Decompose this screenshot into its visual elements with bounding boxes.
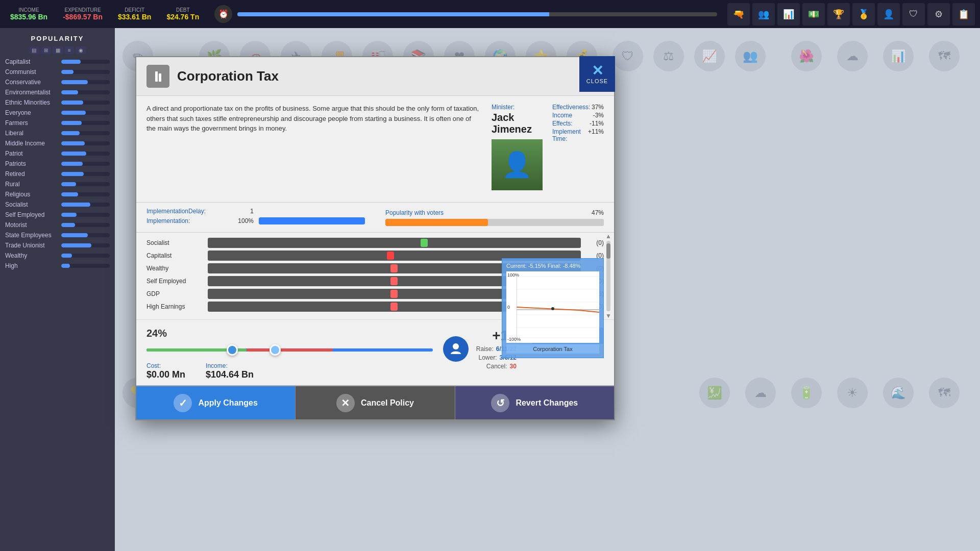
implement-time-row: Implement Time: +11% — [552, 128, 604, 142]
minister-stats: Effectiveness: 37% Income -3% Effects: -… — [552, 104, 604, 142]
impl-row: Implementation: 100% — [146, 217, 365, 224]
impl-delay-row: ImplementationDelay: 1 — [146, 208, 365, 215]
income-value: -3% — [593, 112, 604, 119]
impl-bar-fill — [259, 217, 365, 224]
apply-icon: ✓ — [174, 394, 192, 412]
voter-indicator — [390, 264, 398, 272]
scroll-track — [606, 241, 610, 311]
cancel-policy-label: Cancel Policy — [361, 398, 414, 408]
lower-label: Lower: — [478, 354, 497, 361]
modal-overlay: Corporation Tax ✕ CLOSE A direct and pro… — [0, 0, 980, 551]
popularity-label: Popularity with voters — [385, 209, 444, 216]
cancel-icon: ✕ — [336, 394, 355, 412]
cancel-value: 30 — [510, 363, 517, 370]
minister-avatar-img: 👤 — [492, 139, 543, 190]
corporation-tax-modal: Corporation Tax ✕ CLOSE A direct and pro… — [135, 56, 615, 420]
vote-icon-circle — [443, 336, 469, 362]
impl-delay-label: ImplementationDelay: — [146, 208, 223, 215]
effects-label: Effects: — [552, 120, 573, 127]
voter-label: Wealthy — [146, 265, 203, 272]
voter-label: Capitalist — [146, 252, 203, 259]
slider-percent-label: 24% — [146, 328, 433, 339]
svg-rect-0 — [155, 71, 158, 82]
cost-item: Cost: $0.00 Mn — [146, 362, 185, 380]
effectiveness-row: Effectiveness: 37% — [552, 104, 604, 111]
close-label: CLOSE — [586, 78, 608, 84]
implementation-section: ImplementationDelay: 1 Implementation: 1… — [136, 203, 614, 233]
svg-point-11 — [453, 343, 459, 349]
impl-bar-container — [259, 217, 365, 224]
minister-panel: Minister: Jack Jimenez 👤 Effectiveness: … — [492, 104, 604, 194]
implement-time-label: Implement Time: — [552, 128, 588, 142]
voter-scrollbar: ▲ ▼ — [605, 233, 611, 319]
tooltip-chart: 100% 0 -100% — [506, 271, 599, 343]
cost-value: $0.00 Mn — [146, 369, 185, 380]
impl-delay-value: 1 — [228, 208, 254, 215]
modal-header: Corporation Tax ✕ CLOSE — [136, 57, 614, 96]
revert-label: Revert Changes — [516, 398, 578, 408]
svg-rect-1 — [159, 73, 161, 82]
income-label: Income — [552, 112, 572, 119]
close-x-icon: ✕ — [592, 64, 603, 78]
popularity-value: 47% — [592, 209, 604, 216]
tooltip-policy-label: Corporation Tax — [506, 344, 599, 354]
effectiveness-label: Effectiveness: — [552, 104, 590, 111]
voter-bar — [208, 238, 581, 248]
voter-label: High Earnings — [146, 303, 203, 310]
income-row: Income -3% — [552, 112, 604, 119]
cost-label: Cost: — [146, 362, 185, 369]
apply-changes-button[interactable]: ✓ Apply Changes — [136, 386, 296, 419]
apply-label: Apply Changes — [198, 398, 257, 408]
effectiveness-value: 37% — [592, 104, 604, 111]
minister-name: Jack Jimenez — [492, 112, 547, 135]
policy-icon — [146, 65, 169, 88]
income-item: Income: $104.64 Bn — [206, 362, 254, 380]
svg-point-10 — [551, 307, 554, 310]
raise-label: Raise: — [476, 345, 494, 353]
cancel-label: Cancel: — [486, 363, 507, 370]
slider-container[interactable] — [146, 344, 433, 355]
revert-changes-button[interactable]: ↺ Revert Changes — [455, 386, 614, 419]
revert-icon: ↺ — [491, 394, 509, 412]
effects-row: Effects: -11% — [552, 120, 604, 127]
scroll-thumb[interactable] — [606, 243, 610, 259]
voter-label: Socialist — [146, 239, 203, 246]
popularity-bar-fill — [385, 219, 488, 226]
modal-body: A direct and proportionate tax on the pr… — [136, 96, 614, 203]
voter-row-socialist: Socialist (0) — [146, 238, 604, 248]
tooltip-box: Current: -5.15% Final: -8.48% 100% 0 -10… — [502, 258, 604, 358]
cancel-policy-button[interactable]: ✕ Cancel Policy — [296, 386, 455, 419]
income-label2: Income: — [206, 362, 254, 369]
impl-label: Implementation: — [146, 217, 223, 224]
implement-time-value: +11% — [588, 128, 604, 142]
income-value2: $104.64 Bn — [206, 369, 254, 380]
scroll-up-arrow[interactable]: ▲ — [605, 233, 611, 240]
minister-label: Minister: — [492, 104, 547, 111]
minister-avatar: 👤 — [492, 139, 543, 190]
scroll-down-arrow[interactable]: ▼ — [605, 312, 611, 319]
cancel-row: Cancel: 30 — [486, 363, 517, 370]
slider-track-red — [247, 348, 332, 352]
impl-value: 100% — [228, 217, 254, 224]
voter-count: (0) — [586, 239, 604, 246]
slider-handle-main[interactable] — [227, 344, 238, 356]
policy-description: A direct and proportionate tax on the pr… — [146, 104, 481, 194]
voter-indicator — [387, 252, 394, 260]
voter-indicator — [390, 290, 398, 298]
cost-income-row: Cost: $0.00 Mn Income: $104.64 Bn — [146, 362, 433, 380]
action-buttons: ✓ Apply Changes ✕ Cancel Policy ↺ Revert… — [136, 385, 614, 419]
effects-value: -11% — [590, 120, 604, 127]
voter-label: Self Employed — [146, 278, 203, 285]
voter-label: GDP — [146, 290, 203, 297]
slider-handle-secondary[interactable] — [270, 344, 281, 356]
voters-section: Socialist (0) Capitalist (0) Wealthy (0)… — [136, 233, 614, 319]
popularity-bar-container — [385, 219, 604, 226]
voter-indicator — [421, 239, 428, 247]
voter-indicator — [390, 303, 398, 311]
close-button[interactable]: ✕ CLOSE — [579, 56, 615, 92]
tooltip-title: Current: -5.15% Final: -8.48% — [506, 263, 599, 269]
modal-title: Corporation Tax — [177, 68, 279, 84]
voter-indicator — [390, 277, 398, 285]
